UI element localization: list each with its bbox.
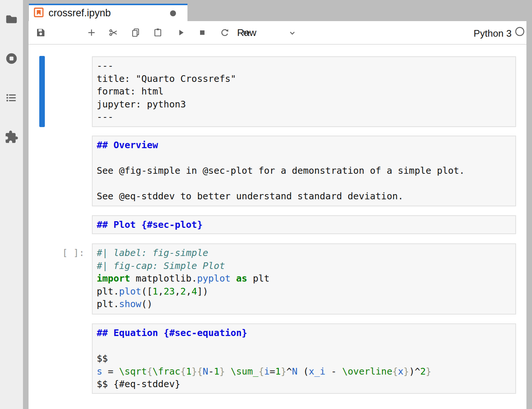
sidebar-item-file-browser[interactable] bbox=[4, 12, 19, 26]
clipboard-icon bbox=[153, 27, 163, 38]
cell-raw-frontmatter[interactable]: ---title: "Quarto Crossrefs"format: html… bbox=[92, 56, 516, 127]
stop-circle-icon bbox=[4, 51, 19, 66]
notebook-toolbar: Raw Python 3 bbox=[29, 21, 526, 44]
insert-cell-button[interactable] bbox=[86, 27, 97, 38]
restart-icon bbox=[220, 27, 230, 38]
cell-markdown-plot-heading[interactable]: ## Plot {#sec-plot} bbox=[92, 215, 516, 234]
scissors-icon bbox=[108, 27, 119, 38]
unsaved-changes-indicator bbox=[170, 10, 176, 16]
sidebar-item-table-of-contents[interactable] bbox=[4, 91, 19, 105]
cell-type-value: Raw bbox=[237, 27, 256, 39]
sidebar-splitter[interactable] bbox=[23, 0, 29, 409]
kernel-name[interactable]: Python 3 bbox=[471, 28, 512, 39]
tab-crossref-ipynb[interactable]: crossref.ipynb bbox=[29, 4, 187, 21]
kernel-idle-circle-icon bbox=[515, 26, 525, 37]
save-icon bbox=[36, 27, 46, 38]
copy-cells-button[interactable] bbox=[130, 27, 141, 38]
chevron-down-icon bbox=[287, 28, 297, 38]
sidebar-item-extension-manager[interactable] bbox=[4, 130, 19, 144]
stop-icon bbox=[197, 27, 207, 38]
plus-icon bbox=[86, 27, 97, 38]
play-icon bbox=[176, 27, 186, 38]
copy-icon bbox=[130, 27, 141, 38]
restart-kernel-button[interactable] bbox=[220, 27, 230, 38]
notebook-icon bbox=[34, 7, 44, 19]
tab-title: crossref.ipynb bbox=[49, 7, 111, 19]
cell-code-plot[interactable]: #| label: fig-simple#| fig-cap: Simple P… bbox=[92, 243, 516, 315]
run-cell-button[interactable] bbox=[176, 27, 186, 38]
cell-markdown-equation[interactable]: ## Equation {#sec-equation} $$s = \sqrt{… bbox=[92, 323, 516, 394]
kernel-status-indicator[interactable] bbox=[515, 26, 525, 37]
window-right-edge bbox=[526, 0, 532, 409]
cut-cells-button[interactable] bbox=[108, 27, 119, 38]
jupyterlab-window: crossref.ipynb Raw bbox=[0, 0, 532, 409]
code-cell-prompt: [ ]: bbox=[40, 247, 84, 260]
active-cell-collapser[interactable] bbox=[39, 56, 45, 127]
cell-markdown-overview[interactable]: ## Overview See @fig-simple in @sec-plot… bbox=[92, 136, 516, 206]
folder-icon bbox=[4, 12, 19, 26]
interrupt-kernel-button[interactable] bbox=[197, 27, 207, 38]
sidebar-item-running-sessions[interactable] bbox=[4, 51, 19, 66]
save-button[interactable] bbox=[36, 27, 46, 38]
list-icon bbox=[4, 91, 19, 105]
left-activity-bar bbox=[0, 0, 23, 409]
paste-cells-button[interactable] bbox=[153, 27, 163, 38]
cell-type-dropdown[interactable]: Raw bbox=[237, 26, 256, 39]
puzzle-icon bbox=[4, 130, 19, 144]
